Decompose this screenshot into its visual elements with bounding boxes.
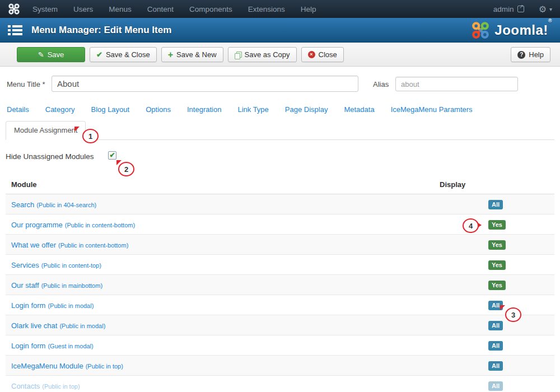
module-position-note: (Public in modal) [48,302,94,309]
tab-details[interactable]: Details [7,105,29,114]
tab-metadata[interactable]: Metadata [344,105,374,114]
table-row: Login form(Public in modal)All [6,295,554,315]
alias-input[interactable] [395,77,518,91]
table-row: Olark live chat(Public in modal)All [6,315,554,335]
cancel-icon: × [308,51,315,58]
module-name: Our programme [11,221,63,229]
admin-menu-item-users[interactable]: Users [73,5,93,13]
user-menu[interactable]: admin [493,5,524,13]
joomla-icon [8,3,20,15]
menu-title-input[interactable] [52,76,358,92]
button-label: Save as Copy [245,50,290,59]
save-new-button[interactable]: +Save & New [161,47,223,62]
tab-options[interactable]: Options [146,105,171,114]
hide-unassigned-label: Hide Unassigned Modules [6,152,94,161]
hide-unassigned-row: Hide Unassigned Modules ✔ [0,150,560,162]
module-position-note: (Public in 404-search) [36,202,96,208]
module-link[interactable]: What we offer(Public in content-bottom) [11,241,128,249]
display-status-badge: All [488,361,503,371]
module-link[interactable]: Login form(Public in modal) [11,301,94,310]
module-position-note: (Public in modal) [59,323,105,329]
module-link[interactable]: Olark live chat(Public in modal) [11,321,105,330]
module-link[interactable]: Login form(Guest in modal) [11,342,94,350]
alias-label: Alias [373,80,389,88]
table-row: IceMegaMenu Module(Public in top)All [6,356,554,376]
annotation-3: 3 [505,307,521,322]
check-icon: ✔ [96,50,102,59]
module-position-note: (Public in mainbottom) [41,282,102,289]
display-cell: All [434,340,554,351]
tab-blog-layout[interactable]: Blog Layout [91,105,130,114]
admin-menu-item-components[interactable]: Components [189,5,232,13]
display-cell: Yes [434,279,554,290]
module-link[interactable]: Contacts(Public in top) [11,382,80,390]
tab-category[interactable]: Category [45,105,75,114]
table-header: Module Display [6,175,554,194]
module-cell: Olark live chat(Public in modal) [6,320,434,330]
save-close-button[interactable]: ✔Save & Close [90,47,157,62]
module-position-note: (Public in top) [42,383,80,390]
module-link[interactable]: Search(Public in 404-search) [11,200,96,209]
display-status-badge: All [488,341,503,351]
annotation-1: 1 [82,129,99,143]
display-status-badge: All [488,321,503,330]
display-cell: Yes [434,219,554,230]
module-name: Services [11,261,39,269]
module-cell: Login form(Guest in modal) [6,340,434,351]
tab-integration[interactable]: Integration [187,105,221,114]
chevron-down-icon: ▾ [549,6,552,12]
save-as-copy-button[interactable]: Save as Copy [228,47,297,62]
module-cell: Contacts(Public in top) [6,381,434,391]
module-link[interactable]: Our staff(Public in mainbottom) [11,281,102,290]
display-status-badge: All [488,381,503,391]
annotation-pointer-1 [74,127,80,132]
module-name: Olark live chat [11,321,57,330]
help-icon: ? [517,51,525,59]
admin-menu-item-extensions[interactable]: Extensions [248,5,285,13]
module-cell: Our programme(Public in content-bottom) [6,220,434,230]
module-link[interactable]: IceMegaMenu Module(Public in top) [11,362,123,370]
gear-icon: ⚙ [539,4,547,15]
module-link[interactable]: Services(Public in content-top) [11,261,101,269]
display-column-header: Display [434,180,554,189]
save-button[interactable]: ✎Save [17,47,85,62]
display-cell: All [434,380,554,391]
module-link[interactable]: Our programme(Public in content-bottom) [11,221,135,229]
title-form-row: Menu Title * Alias [0,75,560,94]
module-cell: Services(Public in content-top) [6,260,434,270]
admin-menu-item-content[interactable]: Content [147,5,174,13]
joomla-wordmark: Joomla!® [494,22,552,38]
annotation-2: 2 [118,162,134,176]
settings-menu[interactable]: ⚙ ▾ [539,4,552,15]
module-name: Login form [11,342,45,350]
tab-page-display[interactable]: Page Display [285,105,328,114]
module-position-note: (Public in top) [86,363,123,370]
help-button[interactable]: ? Help [511,47,550,62]
admin-menu-item-system[interactable]: System [32,5,58,13]
table-row: Services(Public in content-top)Yes [6,255,554,275]
display-status-badge: Yes [488,281,506,290]
admin-menu-item-help[interactable]: Help [301,5,316,13]
display-status-badge: All [488,200,503,209]
page-title: Menu Manager: Edit Menu Item [31,25,171,36]
table-row: Search(Public in 404-search)All [6,194,554,214]
tab-icemegamenu-paramters[interactable]: IceMegaMenu Paramters [391,105,473,114]
hide-unassigned-checkbox[interactable]: ✔ [108,151,116,160]
table-row: Contacts(Public in top)All [6,376,554,392]
menu-title-label: Menu Title * [7,80,45,88]
display-cell: All [434,300,554,310]
module-name: IceMegaMenu Module [11,362,83,370]
tab-module-assignment[interactable]: Module Assignment [6,121,86,140]
admin-menu-item-menus[interactable]: Menus [109,5,132,13]
display-status-badge: Yes [488,260,506,270]
display-cell: All [434,199,554,209]
joomla-admin-page: SystemUsersMenusContentComponentsExtensi… [0,0,560,392]
annotation-pointer-3 [500,305,505,310]
module-position-note: (Public in content-bottom) [58,242,128,249]
close-button[interactable]: ×Close [301,47,344,62]
tab-link-type[interactable]: Link Type [237,105,268,114]
module-cell: Search(Public in 404-search) [6,199,434,209]
module-column-header: Module [6,180,434,189]
module-position-note: (Public in content-top) [41,262,101,269]
toolbar: ✎Save✔Save & Close+Save & NewSave as Cop… [0,43,560,67]
